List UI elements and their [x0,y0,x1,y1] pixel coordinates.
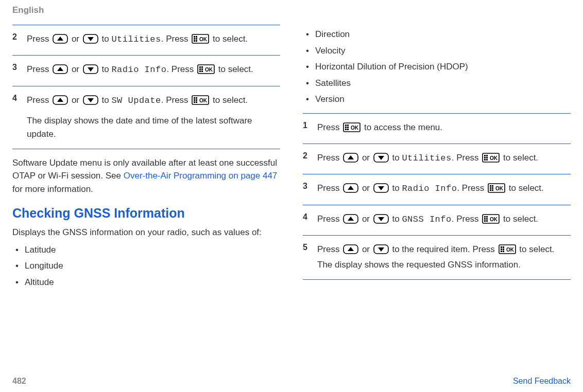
svg-rect-42 [347,129,349,130]
step-number: 1 [303,121,317,136]
step-5: 5Press or to the required item. Press OK… [303,235,571,280]
svg-rect-75 [484,220,486,222]
svg-rect-5 [194,36,195,38]
svg-rect-76 [486,216,488,218]
down-arrow-icon [83,64,98,78]
step-3: 3Press or to Radio Info. Press OK to sel… [12,55,280,85]
step-body: Press or to Radio Info. Press OK to sele… [317,182,571,197]
menu-ok-icon: OK [343,122,361,136]
step-3: 3Press or to Radio Info. Press OK to sel… [303,174,571,204]
svg-rect-19 [199,70,201,72]
page-number: 482 [12,377,26,386]
step-body: Press or to Utilities. Press OK to selec… [317,151,571,167]
svg-rect-21 [201,68,203,70]
step-instruction: Press OK to access the menu. [317,121,571,136]
bullet-item: Direction [303,28,571,41]
right-column: DirectionVelocityHorizontal Dilution of … [303,25,571,292]
svg-rect-77 [486,218,488,220]
svg-text:OK: OK [351,125,359,131]
step-instruction: Press or to GNSS Info. Press OK to selec… [317,212,571,228]
send-feedback-link[interactable]: Send Feedback [513,377,571,386]
svg-rect-74 [484,218,486,220]
bullet-list-left: LatitudeLongitudeAltitude [12,243,280,289]
svg-rect-40 [347,124,349,126]
step-number: 4 [303,212,317,228]
step-body: Press or to Radio Info. Press OK to sele… [27,63,280,78]
svg-rect-50 [484,157,486,158]
step-number: 2 [303,151,317,167]
svg-marker-57 [348,186,354,190]
svg-rect-41 [347,127,349,128]
svg-rect-65 [492,187,493,189]
step-4: 4Press or to SW Update. Press OK to sele… [12,86,280,149]
step-result: The display shows the date and time of t… [27,114,280,141]
svg-marker-25 [57,98,63,102]
svg-rect-39 [345,129,347,130]
step-2: 2Press or to Utilities. Press OK to sele… [303,144,571,174]
up-arrow-icon [53,64,68,78]
svg-marker-45 [348,155,354,159]
menu-item-utilities: Utilities [111,34,161,44]
svg-rect-85 [501,246,502,248]
svg-rect-38 [345,127,347,128]
down-arrow-icon [373,183,389,197]
menu-item-gnss-info: GNSS Info [402,215,451,224]
step-instruction: Press or to SW Update. Press OK to selec… [27,94,280,109]
svg-marker-59 [378,186,384,190]
svg-rect-17 [199,66,201,68]
svg-rect-29 [194,97,195,99]
bullet-item: Altitude [12,276,280,289]
step-body: Press OK to access the menu. [317,121,571,136]
step-number: 2 [12,32,27,48]
step-body: Press or to GNSS Info. Press OK to selec… [317,212,571,228]
language-header: English [12,5,571,15]
down-arrow-icon [373,214,389,228]
svg-rect-18 [199,68,201,70]
svg-marker-15 [88,67,94,72]
menu-ok-icon: OK [499,244,516,258]
svg-rect-53 [486,157,488,158]
up-arrow-icon [343,153,358,167]
step-instruction: Press or to Radio Info. Press OK to sele… [27,63,280,78]
step-number: 4 [12,94,27,141]
svg-rect-78 [486,220,488,222]
step-instruction: Press or to the required item. Press OK … [317,243,571,272]
step-number: 5 [303,243,317,272]
svg-rect-20 [201,66,203,68]
svg-marker-27 [88,98,94,102]
svg-rect-64 [492,185,493,187]
menu-item-utilities: Utilities [402,153,451,163]
menu-item-radio-info: Radio Info [402,184,457,193]
menu-ok-icon: OK [192,34,209,48]
svg-text:OK: OK [199,98,208,103]
svg-text:OK: OK [490,155,498,161]
svg-rect-32 [196,97,197,99]
section-intro: Displays the GNSS information on your ra… [12,226,280,239]
step-instruction: Press or to Utilities. Press OK to selec… [27,32,280,48]
svg-rect-88 [503,246,504,248]
svg-rect-8 [196,36,197,38]
svg-marker-71 [378,217,384,221]
svg-rect-89 [503,248,504,250]
menu-item-sw-update: SW Update [111,96,161,105]
svg-marker-13 [57,67,63,71]
section-title-gnss: Checking GNSS Information [12,206,280,221]
svg-marker-3 [88,37,94,41]
svg-rect-61 [490,185,491,187]
step-instruction: Press or to Radio Info. Press OK to sele… [317,182,571,197]
svg-rect-33 [196,99,197,101]
svg-rect-62 [490,187,491,189]
svg-rect-66 [492,189,493,191]
left-column: 2Press or to Utilities. Press OK to sele… [12,25,280,292]
otap-link[interactable]: Over-the-Air Programming on page 447 [124,171,278,181]
menu-ok-icon: OK [488,183,505,197]
svg-rect-86 [501,248,502,250]
svg-rect-73 [484,216,486,218]
page-footer: 482 Send Feedback [12,377,571,386]
up-arrow-icon [53,34,68,48]
menu-ok-icon: OK [482,153,500,167]
svg-rect-52 [486,155,488,156]
svg-rect-31 [194,101,195,103]
bullet-item: Latitude [12,243,280,257]
svg-text:OK: OK [506,247,515,253]
